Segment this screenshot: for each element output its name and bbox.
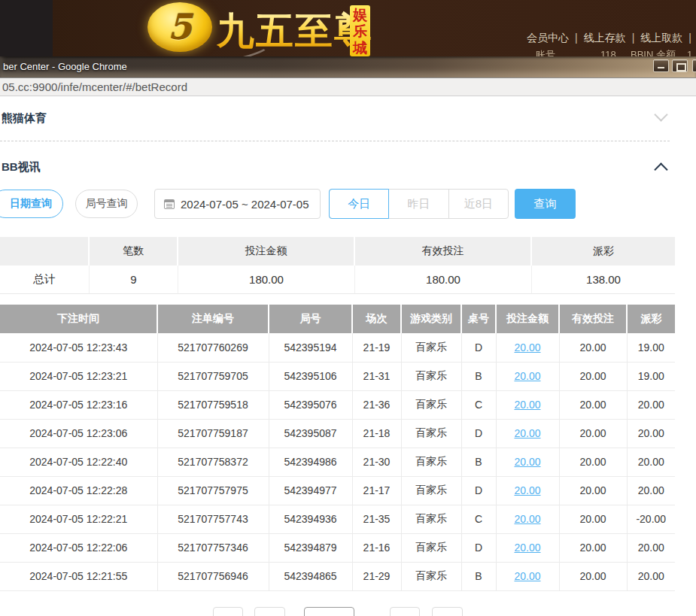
date-range-input[interactable]: 2024-07-05 ~ 2024-07-05 [154, 189, 321, 219]
cell-session: 21-17 [352, 476, 401, 505]
cell-time: 2024-07-05 12:22:21 [0, 505, 157, 533]
window-maximize-button[interactable] [672, 59, 688, 72]
col-header-table-no: 桌号 [461, 305, 496, 333]
cell-payout: 20.00 [627, 448, 675, 476]
cell-session: 21-16 [352, 533, 401, 562]
bet-amount-link[interactable]: 20.00 [514, 427, 540, 439]
chevron-up-icon[interactable] [656, 165, 666, 174]
col-header-session: 场次 [352, 305, 401, 333]
table-row: 2024-07-05 12:22:21521707757743542394936… [0, 505, 675, 533]
pagination-button[interactable] [432, 607, 463, 616]
table-row: 2024-07-05 12:22:06521707757346542394879… [0, 533, 675, 562]
pagination-button[interactable] [390, 607, 420, 616]
cell-round_no: 542395194 [269, 333, 352, 362]
cell-valid_bet: 20.00 [559, 390, 627, 419]
bet-amount-link[interactable]: 20.00 [514, 570, 540, 582]
today-button[interactable]: 今日 [329, 189, 389, 219]
cell-valid_bet: 20.00 [559, 533, 627, 562]
cell-round_no: 542395076 [269, 390, 352, 419]
logo-subtitle-box: 娱 乐 城 [350, 5, 370, 56]
cell-payout: 19.00 [627, 333, 675, 362]
bet-table-body: 2024-07-05 12:23:43521707760269542395194… [0, 333, 675, 590]
cell-valid_bet: 20.00 [559, 448, 627, 476]
bet-amount-link[interactable]: 20.00 [514, 513, 540, 525]
bet-amount-link[interactable]: 20.00 [514, 484, 540, 496]
section-title: 熊猫体育 [2, 111, 47, 126]
cell-order_no: 521707757975 [157, 476, 269, 505]
url-text[interactable]: 05.cc:9900/infe/mcenter/#/betRecord [2, 78, 187, 96]
window-titlebar[interactable]: ber Center - Google Chrome [0, 56, 696, 77]
cell-round_no: 542394977 [269, 476, 352, 505]
pagination-button[interactable] [254, 607, 285, 616]
account-number-fragment: 118 [600, 45, 616, 56]
cell-time: 2024-07-05 12:23:06 [0, 419, 157, 448]
cell-round_no: 542394936 [269, 505, 352, 533]
summary-header-payout: 派彩 [532, 237, 675, 266]
summary-total-payout: 138.00 [532, 266, 675, 294]
yesterday-button[interactable]: 昨日 [389, 190, 448, 218]
browser-address-bar[interactable]: 05.cc:9900/infe/mcenter/#/betRecord [0, 77, 696, 96]
cell-game_type: 百家乐 [401, 362, 461, 390]
cell-time: 2024-07-05 12:23:43 [0, 333, 157, 362]
col-header-game-type: 游戏类别 [401, 305, 461, 333]
table-row: 2024-07-05 12:22:40521707758372542394986… [0, 448, 675, 476]
cell-game_type: 百家乐 [401, 448, 461, 476]
bet-amount-link[interactable]: 20.00 [514, 370, 540, 382]
cell-bet_amount: 20.00 [496, 562, 559, 590]
bet-amount-link[interactable]: 20.00 [514, 341, 540, 354]
col-header-valid-bet: 有效投注 [559, 305, 627, 333]
chevron-down-icon[interactable] [656, 110, 666, 120]
nav-deposit-link[interactable]: 线上存款 [584, 32, 626, 44]
date-range-value: 2024-07-05 ~ 2024-07-05 [181, 198, 309, 211]
round-query-tab[interactable]: 局号查询 [75, 190, 138, 218]
cell-time: 2024-07-05 12:22:06 [0, 533, 157, 562]
table-header-row: 下注时间 注单编号 局号 场次 游戏类别 桌号 投注金额 有效投注 派彩 [0, 305, 675, 333]
nav-withdraw-link[interactable]: 线上取款 [640, 32, 682, 44]
cell-valid_bet: 20.00 [559, 419, 627, 448]
cell-bet_amount: 20.00 [496, 390, 559, 419]
wallet-label-fragment: BBIN 余额 [631, 45, 676, 56]
cell-bet_amount: 20.00 [496, 362, 559, 390]
cell-order_no: 521707759187 [157, 419, 269, 448]
bet-amount-link[interactable]: 20.00 [514, 456, 540, 468]
summary-total-row: 总计 9 180.00 180.00 138.00 [0, 266, 675, 294]
cell-payout: 20.00 [627, 562, 675, 590]
cell-round_no: 542394879 [269, 533, 352, 562]
date-query-tab[interactable]: 日期查询 [0, 190, 63, 218]
cell-order_no: 521707757346 [157, 533, 269, 562]
cell-order_no: 521707756946 [157, 562, 269, 590]
table-row: 2024-07-05 12:23:16521707759518542395076… [0, 390, 675, 419]
cell-order_no: 521707757743 [157, 505, 269, 533]
cell-table_no: B [461, 562, 496, 590]
section-header-bb-video[interactable]: BB视讯 [0, 153, 675, 183]
window-close-button[interactable] [692, 59, 696, 72]
search-button[interactable]: 查询 [515, 189, 576, 219]
logo-sub-char: 乐 [353, 23, 367, 40]
cell-bet_amount: 20.00 [496, 419, 559, 448]
cell-payout: 20.00 [627, 419, 675, 448]
summary-total-count: 9 [90, 266, 178, 294]
site-banner: 5 九五至尊 娱 乐 城 会员中心|线上存款|线上取款|一 账号 118 BBI… [0, 0, 696, 56]
window-minimize-button[interactable] [653, 59, 669, 72]
table-row: 2024-07-05 12:23:06521707759187542395087… [0, 419, 675, 448]
cell-round_no: 542395106 [269, 362, 352, 390]
cell-session: 21-35 [352, 505, 401, 533]
section-divider [0, 141, 670, 141]
nav-member-center-link[interactable]: 会员中心 [527, 32, 569, 44]
section-header-panda-sports[interactable]: 熊猫体育 [0, 104, 675, 134]
cell-time: 2024-07-05 12:23:21 [0, 362, 157, 390]
table-row: 2024-07-05 12:21:55521707756946542394865… [0, 562, 675, 590]
cell-payout: -20.00 [627, 505, 675, 533]
bet-amount-link[interactable]: 20.00 [514, 399, 540, 411]
cell-payout: 20.00 [627, 533, 675, 562]
cell-valid_bet: 20.00 [559, 505, 627, 533]
cell-table_no: C [461, 390, 496, 419]
last8days-button[interactable]: 近8日 [449, 190, 508, 218]
pagination-current-page[interactable] [304, 607, 354, 616]
pagination-button[interactable] [213, 607, 243, 616]
cell-round_no: 542394865 [269, 562, 352, 590]
window-title: ber Center - Google Chrome [3, 61, 127, 72]
cell-valid_bet: 20.00 [559, 562, 627, 590]
account-info-strip: 账号 118 BBIN 余额 1 [527, 45, 696, 56]
bet-amount-link[interactable]: 20.00 [514, 542, 540, 554]
